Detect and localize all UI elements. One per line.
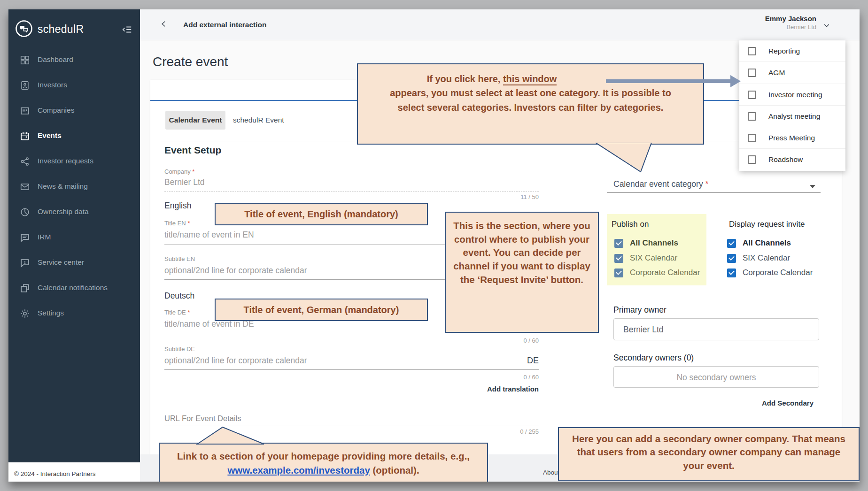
investors-icon (20, 80, 30, 91)
sidebar-item-dashboard[interactable]: Dashboard (8, 47, 140, 73)
display-request-invite-heading: Display request invite (729, 220, 805, 229)
mail-icon (20, 182, 30, 192)
add-secondary-button[interactable]: Add Secondary (613, 399, 814, 407)
checkbox-checked-icon (614, 254, 623, 263)
sidebar: schedulR Dashboard Investors Companies E… (8, 9, 140, 462)
company-counter: 11 / 50 (164, 193, 539, 200)
publish-on-heading: Publish on (612, 220, 649, 229)
title-de-label: Title DE * (164, 309, 190, 316)
category-callout: If you click here, this window appears, … (357, 63, 704, 145)
english-heading: English (164, 201, 191, 211)
companies-icon (20, 106, 30, 116)
checkbox-checked-icon (614, 269, 623, 277)
page-title: Create event (153, 54, 228, 69)
title-en-callout: Title of event, English (mandatory) (215, 203, 428, 225)
dashboard-icon (20, 55, 30, 65)
checkbox-empty-icon (748, 69, 756, 77)
sidebar-item-investors[interactable]: Investors (8, 73, 140, 98)
category-option-investor-meeting[interactable]: Investor meeting (739, 84, 845, 106)
pie-chart-icon (20, 207, 30, 217)
section-title: Event Setup (164, 145, 221, 156)
secondary-owners-label: Secondary owners (0) (613, 353, 694, 363)
app-logo-text: schedulR (38, 23, 84, 36)
secondary-owners-box: No secondary owners (613, 366, 819, 388)
sidebar-collapse-icon[interactable] (122, 24, 132, 35)
sidebar-header: schedulR (8, 9, 140, 47)
user-company: Bernier Ltd (765, 23, 816, 31)
callout-underlined-text: this window (503, 74, 557, 85)
sidebar-item-settings[interactable]: Settings (8, 301, 140, 326)
secondary-owner-callout: Here you can add a secondary owner compa… (558, 427, 860, 481)
topbar-title: Add external interaction (183, 21, 266, 29)
user-name: Emmy Jackson (765, 15, 816, 23)
subtitle-de-label: Subtitle DE (164, 345, 195, 353)
callout-tail (590, 143, 653, 173)
checkbox-checked-icon (614, 239, 623, 248)
tab-calendar-event[interactable]: Calendar Event (165, 111, 225, 130)
checkbox-empty-icon (748, 155, 756, 164)
gear-icon (20, 308, 30, 319)
german-heading: Deutsch (164, 291, 194, 301)
topbar: Add external interaction Emmy Jackson Be… (140, 9, 860, 40)
sidebar-item-events[interactable]: Events (8, 123, 140, 149)
company-label: Company * (164, 168, 194, 175)
app-window: schedulR Dashboard Investors Companies E… (8, 9, 860, 482)
sidebar-nav: Dashboard Investors Companies Events Inv… (8, 47, 140, 326)
url-callout: Link to a section of your homepage provi… (159, 443, 488, 482)
user-menu[interactable]: Emmy Jackson Bernier Ltd (765, 15, 816, 31)
primary-owner-label: Primary owner (613, 305, 666, 315)
share-icon (20, 156, 30, 167)
callout-arrow-icon (606, 79, 731, 83)
calendar-event-category-select[interactable]: Calendar event category * (613, 179, 708, 189)
checkbox-empty-icon (748, 91, 756, 99)
support-icon (20, 258, 30, 268)
publish-all-channels-checkbox[interactable]: All Channels (614, 238, 678, 248)
sidebar-item-companies[interactable]: Companies (8, 98, 140, 123)
dropdown-caret-icon (810, 185, 815, 188)
title-de-counter: 0 / 60 (164, 337, 539, 344)
publish-callout: This is the section, where you control w… (445, 212, 599, 333)
sidebar-item-news-mailing[interactable]: News & mailing (8, 174, 140, 199)
subtitle-en-label: Subtitle EN (164, 255, 195, 262)
category-option-analyst-meeting[interactable]: Analyst meeting (739, 106, 845, 127)
checkbox-empty-icon (748, 112, 756, 121)
title-en-label: Title EN * (164, 220, 190, 227)
copyright-text: © 2024 - Interaction Partners (14, 470, 96, 477)
category-option-reporting[interactable]: Reporting (739, 40, 845, 62)
about-link[interactable]: About (543, 469, 559, 476)
chat-icon (20, 232, 30, 243)
schedulr-logo-icon (15, 20, 33, 38)
publish-six-calendar-checkbox[interactable]: SIX Calendar (614, 253, 677, 263)
category-option-roadshow[interactable]: Roadshow (739, 149, 845, 170)
category-option-press-meeting[interactable]: Press Meeting (739, 127, 845, 149)
request-six-calendar-checkbox[interactable]: SIX Calendar (727, 253, 790, 263)
events-icon (20, 131, 30, 141)
callout-tail (191, 426, 271, 445)
calendar-export-icon (20, 283, 30, 293)
sidebar-item-calendar-notifications[interactable]: Calendar notifications (8, 276, 140, 301)
checkbox-empty-icon (748, 134, 756, 142)
sidebar-item-investor-requests[interactable]: Investor requests (8, 149, 140, 174)
subtitle-de-counter: 0 / 60 (164, 374, 539, 381)
checkbox-empty-icon (748, 47, 756, 55)
publish-corporate-calendar-checkbox[interactable]: Corporate Calendar (614, 268, 700, 277)
category-underline (607, 192, 821, 193)
request-corporate-calendar-checkbox[interactable]: Corporate Calendar (727, 268, 813, 277)
back-button[interactable] (160, 20, 168, 28)
add-translation-button[interactable]: Add translation (164, 385, 539, 393)
request-all-channels-checkbox[interactable]: All Channels (727, 238, 791, 248)
subtitle-de-input[interactable]: optional/2nd line for corporate calendar… (164, 356, 539, 370)
checkbox-checked-icon (727, 239, 736, 248)
sidebar-item-irm[interactable]: IRM (8, 225, 140, 250)
url-input[interactable] (164, 416, 539, 425)
example-url-link: www.example.com/investorday (227, 465, 370, 476)
company-field[interactable]: Bernier Ltd (164, 177, 539, 192)
sidebar-item-ownership-data[interactable]: Ownership data (8, 199, 140, 225)
tab-schedulr-event[interactable]: schedulR Event (233, 116, 284, 124)
category-option-agm[interactable]: AGM (739, 62, 845, 84)
sidebar-item-service-center[interactable]: Service center (8, 250, 140, 276)
language-indicator: DE (527, 356, 539, 366)
primary-owner-field[interactable]: Bernier Ltd (613, 318, 819, 340)
checkbox-checked-icon (727, 254, 736, 263)
checkbox-checked-icon (727, 269, 736, 277)
